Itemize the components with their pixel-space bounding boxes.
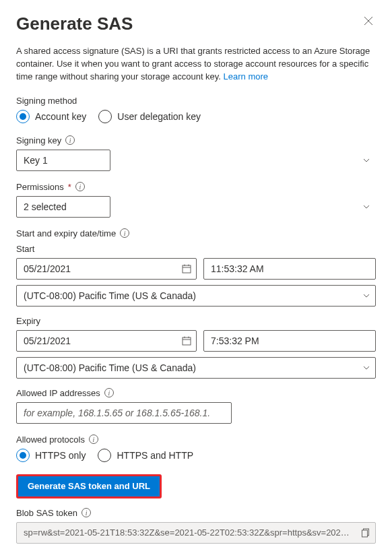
generate-button-highlight: Generate SAS token and URL	[16, 474, 162, 498]
permissions-label: Permissions * i	[16, 182, 376, 192]
radio-https-only-label: HTTPS only	[35, 450, 86, 461]
chevron-down-icon	[362, 203, 370, 211]
expiry-tz-select[interactable]: (UTC-08:00) Pacific Time (US & Canada)	[16, 357, 376, 379]
expiry-time-input[interactable]	[203, 330, 376, 352]
sas-token-label-text: Blob SAS token	[16, 508, 77, 518]
signing-key-label: Signing key i	[16, 135, 376, 146]
info-icon[interactable]: i	[75, 182, 85, 191]
start-time-input[interactable]	[203, 258, 376, 280]
info-icon[interactable]: i	[104, 388, 114, 397]
start-tz-select[interactable]: (UTC-08:00) Pacific Time (US & Canada)	[16, 285, 376, 307]
start-tz-value: (UTC-08:00) Pacific Time (US & Canada)	[16, 285, 376, 307]
start-label: Start	[16, 244, 376, 254]
expiry-date-input[interactable]	[16, 330, 197, 352]
copy-icon[interactable]	[361, 528, 370, 538]
radio-account-key[interactable]: Account key	[16, 110, 86, 123]
chevron-down-icon	[362, 156, 370, 164]
signing-key-value: Key 1	[16, 150, 110, 171]
start-date-input-wrap	[16, 258, 197, 280]
allowed-protocols-label: Allowed protocols i	[16, 435, 376, 445]
expiry-date-input-wrap	[16, 330, 197, 352]
expiry-time-input-wrap	[203, 330, 376, 352]
sas-token-label: Blob SAS token i	[16, 508, 376, 518]
info-icon[interactable]: i	[120, 228, 129, 238]
signing-method-label: Signing method	[16, 96, 376, 106]
info-icon[interactable]: i	[89, 435, 98, 444]
radio-https-and-http[interactable]: HTTPS and HTTP	[98, 449, 193, 462]
description-text: A shared access signature (SAS) is a URI…	[16, 45, 376, 84]
expiry-label: Expiry	[16, 316, 376, 326]
start-date-input[interactable]	[16, 258, 197, 280]
description-body: A shared access signature (SAS) is a URI…	[16, 46, 370, 82]
info-icon[interactable]: i	[65, 135, 75, 145]
permissions-value: 2 selected	[16, 196, 110, 218]
permissions-label-text: Permissions	[16, 182, 64, 192]
required-indicator: *	[68, 182, 71, 192]
close-icon[interactable]	[361, 13, 376, 28]
signing-key-label-text: Signing key	[16, 135, 61, 146]
info-icon[interactable]: i	[81, 508, 91, 517]
permissions-select[interactable]: 2 selected	[16, 196, 376, 218]
radio-user-delegation-label: User delegation key	[117, 111, 201, 122]
allowed-protocols-radiogroup: HTTPS only HTTPS and HTTP	[16, 449, 376, 462]
panel-title: Generate SAS	[16, 13, 133, 34]
learn-more-link[interactable]: Learn more	[224, 71, 268, 82]
allowed-ip-label-text: Allowed IP addresses	[16, 388, 100, 398]
radio-account-key-label: Account key	[35, 111, 86, 122]
start-time-input-wrap	[203, 258, 376, 280]
datetime-heading: Start and expiry date/time i	[16, 228, 376, 238]
svg-rect-9	[362, 530, 368, 537]
generate-sas-button[interactable]: Generate SAS token and URL	[18, 476, 160, 496]
signing-key-select[interactable]: Key 1	[16, 150, 376, 171]
radio-user-delegation[interactable]: User delegation key	[98, 110, 201, 123]
radio-https-and-http-label: HTTPS and HTTP	[117, 450, 193, 461]
datetime-heading-text: Start and expiry date/time	[16, 228, 116, 238]
signing-method-radiogroup: Account key User delegation key	[16, 110, 376, 123]
allowed-ip-label: Allowed IP addresses i	[16, 388, 376, 398]
expiry-tz-value: (UTC-08:00) Pacific Time (US & Canada)	[16, 357, 376, 379]
sas-token-output[interactable]: sp=rw&st=2021-05-21T18:53:32Z&se=2021-05…	[16, 522, 376, 544]
allowed-ip-input[interactable]	[16, 402, 232, 424]
radio-https-only[interactable]: HTTPS only	[16, 449, 86, 462]
allowed-protocols-label-text: Allowed protocols	[16, 435, 85, 445]
